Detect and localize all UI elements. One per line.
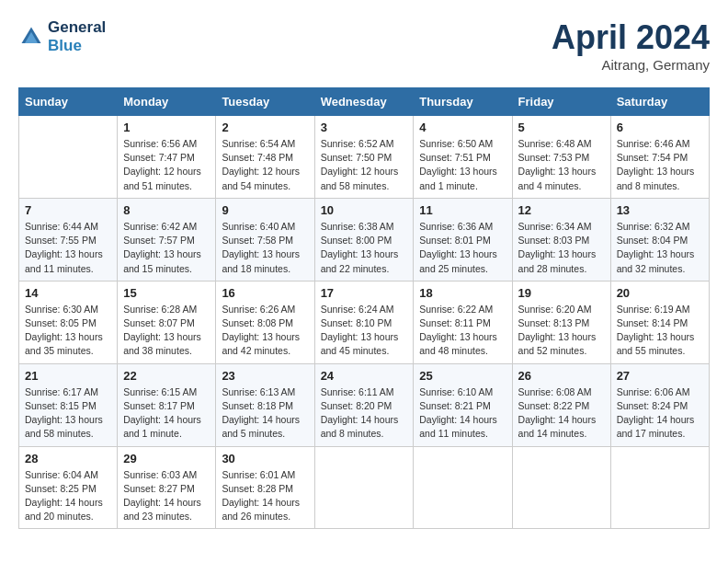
day-number: 29 xyxy=(123,452,210,465)
calendar-cell: 4Sunrise: 6:50 AMSunset: 7:51 PMDaylight… xyxy=(414,116,512,199)
day-number: 15 xyxy=(123,286,210,300)
day-detail: Sunrise: 6:01 AMSunset: 8:28 PMDaylight:… xyxy=(222,468,308,524)
day-detail: Sunrise: 6:24 AMSunset: 8:10 PMDaylight:… xyxy=(321,303,408,359)
day-detail: Sunrise: 6:04 AMSunset: 8:25 PMDaylight:… xyxy=(25,468,111,524)
day-number: 7 xyxy=(25,203,111,217)
day-number: 14 xyxy=(25,286,111,300)
calendar-cell: 5Sunrise: 6:48 AMSunset: 7:53 PMDaylight… xyxy=(512,116,610,199)
day-detail: Sunrise: 6:03 AMSunset: 8:27 PMDaylight:… xyxy=(123,468,210,524)
day-detail: Sunrise: 6:20 AMSunset: 8:13 PMDaylight:… xyxy=(518,303,605,359)
day-number: 17 xyxy=(321,286,408,300)
weekday-header-wednesday: Wednesday xyxy=(314,88,414,116)
day-detail: Sunrise: 6:13 AMSunset: 8:18 PMDaylight:… xyxy=(222,385,308,442)
day-number: 27 xyxy=(617,369,703,383)
week-row-3: 14Sunrise: 6:30 AMSunset: 8:05 PMDayligh… xyxy=(19,281,710,363)
calendar-cell xyxy=(512,446,610,529)
day-number: 11 xyxy=(419,203,506,217)
weekday-header-tuesday: Tuesday xyxy=(216,88,314,116)
calendar-cell: 13Sunrise: 6:32 AMSunset: 8:04 PMDayligh… xyxy=(610,198,709,281)
day-detail: Sunrise: 6:42 AMSunset: 7:57 PMDaylight:… xyxy=(123,220,210,276)
day-number: 19 xyxy=(518,286,605,300)
calendar-cell: 28Sunrise: 6:04 AMSunset: 8:25 PMDayligh… xyxy=(19,446,118,529)
week-row-4: 21Sunrise: 6:17 AMSunset: 8:15 PMDayligh… xyxy=(19,363,710,446)
calendar-cell: 24Sunrise: 6:11 AMSunset: 8:20 PMDayligh… xyxy=(314,363,414,446)
weekday-header-thursday: Thursday xyxy=(414,88,512,116)
calendar-cell: 2Sunrise: 6:54 AMSunset: 7:48 PMDaylight… xyxy=(216,116,314,199)
day-detail: Sunrise: 6:50 AMSunset: 7:51 PMDaylight:… xyxy=(419,137,506,193)
day-number: 8 xyxy=(123,203,210,217)
calendar-cell: 1Sunrise: 6:56 AMSunset: 7:47 PMDaylight… xyxy=(118,116,216,199)
day-detail: Sunrise: 6:32 AMSunset: 8:04 PMDaylight:… xyxy=(617,220,703,276)
calendar-cell xyxy=(19,116,118,199)
day-number: 20 xyxy=(617,286,703,300)
day-detail: Sunrise: 6:52 AMSunset: 7:50 PMDaylight:… xyxy=(321,137,408,193)
day-detail: Sunrise: 6:26 AMSunset: 8:08 PMDaylight:… xyxy=(222,303,308,359)
day-detail: Sunrise: 6:40 AMSunset: 7:58 PMDaylight:… xyxy=(222,220,308,276)
day-number: 22 xyxy=(123,369,210,383)
weekday-header-saturday: Saturday xyxy=(610,88,709,116)
day-detail: Sunrise: 6:22 AMSunset: 8:11 PMDaylight:… xyxy=(419,303,506,359)
calendar-cell xyxy=(314,446,414,529)
day-detail: Sunrise: 6:48 AMSunset: 7:53 PMDaylight:… xyxy=(518,137,605,193)
day-detail: Sunrise: 6:44 AMSunset: 7:55 PMDaylight:… xyxy=(25,220,111,276)
logo: General Blue xyxy=(18,18,106,54)
day-detail: Sunrise: 6:30 AMSunset: 8:05 PMDaylight:… xyxy=(25,303,111,359)
day-detail: Sunrise: 6:36 AMSunset: 8:01 PMDaylight:… xyxy=(419,220,506,276)
day-detail: Sunrise: 6:28 AMSunset: 8:07 PMDaylight:… xyxy=(123,303,210,359)
calendar-cell: 8Sunrise: 6:42 AMSunset: 7:57 PMDaylight… xyxy=(118,198,216,281)
calendar-cell: 7Sunrise: 6:44 AMSunset: 7:55 PMDaylight… xyxy=(19,198,118,281)
day-number: 18 xyxy=(419,286,506,300)
day-detail: Sunrise: 6:15 AMSunset: 8:17 PMDaylight:… xyxy=(123,385,210,442)
title-block: April 2024 Aitrang, Germany xyxy=(552,18,710,73)
logo-text-line1: General xyxy=(48,18,106,37)
calendar-cell xyxy=(610,446,709,529)
week-row-1: 1Sunrise: 6:56 AMSunset: 7:47 PMDaylight… xyxy=(19,116,710,199)
calendar-cell xyxy=(414,446,512,529)
calendar-cell: 30Sunrise: 6:01 AMSunset: 8:28 PMDayligh… xyxy=(216,446,314,529)
day-detail: Sunrise: 6:56 AMSunset: 7:47 PMDaylight:… xyxy=(123,137,210,193)
day-number: 28 xyxy=(25,452,111,465)
day-number: 23 xyxy=(222,369,308,383)
calendar-cell: 3Sunrise: 6:52 AMSunset: 7:50 PMDaylight… xyxy=(314,116,414,199)
weekday-header-monday: Monday xyxy=(118,88,216,116)
calendar-cell: 29Sunrise: 6:03 AMSunset: 8:27 PMDayligh… xyxy=(118,446,216,529)
day-detail: Sunrise: 6:46 AMSunset: 7:54 PMDaylight:… xyxy=(617,137,703,193)
day-detail: Sunrise: 6:54 AMSunset: 7:48 PMDaylight:… xyxy=(222,137,308,193)
day-number: 10 xyxy=(321,203,408,217)
calendar-table: SundayMondayTuesdayWednesdayThursdayFrid… xyxy=(18,87,710,529)
day-detail: Sunrise: 6:17 AMSunset: 8:15 PMDaylight:… xyxy=(25,385,111,442)
page-header: General Blue April 2024 Aitrang, Germany xyxy=(18,18,710,73)
day-detail: Sunrise: 6:38 AMSunset: 8:00 PMDaylight:… xyxy=(321,220,408,276)
calendar-cell: 26Sunrise: 6:08 AMSunset: 8:22 PMDayligh… xyxy=(512,363,610,446)
weekday-header-sunday: Sunday xyxy=(19,88,118,116)
day-number: 9 xyxy=(222,203,308,217)
day-number: 21 xyxy=(25,369,111,383)
day-number: 13 xyxy=(617,203,703,217)
day-number: 30 xyxy=(222,452,308,465)
calendar-cell: 9Sunrise: 6:40 AMSunset: 7:58 PMDaylight… xyxy=(216,198,314,281)
day-number: 1 xyxy=(123,121,210,134)
calendar-cell: 21Sunrise: 6:17 AMSunset: 8:15 PMDayligh… xyxy=(19,363,118,446)
day-number: 2 xyxy=(222,121,308,134)
day-number: 16 xyxy=(222,286,308,300)
calendar-cell: 14Sunrise: 6:30 AMSunset: 8:05 PMDayligh… xyxy=(19,281,118,363)
logo-icon xyxy=(18,24,44,50)
week-row-2: 7Sunrise: 6:44 AMSunset: 7:55 PMDaylight… xyxy=(19,198,710,281)
day-number: 6 xyxy=(617,121,703,134)
day-number: 3 xyxy=(321,121,408,134)
day-detail: Sunrise: 6:11 AMSunset: 8:20 PMDaylight:… xyxy=(321,385,408,442)
day-number: 12 xyxy=(518,203,605,217)
day-detail: Sunrise: 6:10 AMSunset: 8:21 PMDaylight:… xyxy=(419,385,506,442)
calendar-cell: 17Sunrise: 6:24 AMSunset: 8:10 PMDayligh… xyxy=(314,281,414,363)
day-detail: Sunrise: 6:19 AMSunset: 8:14 PMDaylight:… xyxy=(617,303,703,359)
day-detail: Sunrise: 6:34 AMSunset: 8:03 PMDaylight:… xyxy=(518,220,605,276)
calendar-cell: 20Sunrise: 6:19 AMSunset: 8:14 PMDayligh… xyxy=(610,281,709,363)
week-row-5: 28Sunrise: 6:04 AMSunset: 8:25 PMDayligh… xyxy=(19,446,710,529)
weekday-header-row: SundayMondayTuesdayWednesdayThursdayFrid… xyxy=(19,88,710,116)
calendar-cell: 19Sunrise: 6:20 AMSunset: 8:13 PMDayligh… xyxy=(512,281,610,363)
day-number: 25 xyxy=(419,369,506,383)
day-number: 24 xyxy=(321,369,408,383)
logo-text-line2: Blue xyxy=(48,37,106,55)
day-number: 5 xyxy=(518,121,605,134)
calendar-cell: 18Sunrise: 6:22 AMSunset: 8:11 PMDayligh… xyxy=(414,281,512,363)
